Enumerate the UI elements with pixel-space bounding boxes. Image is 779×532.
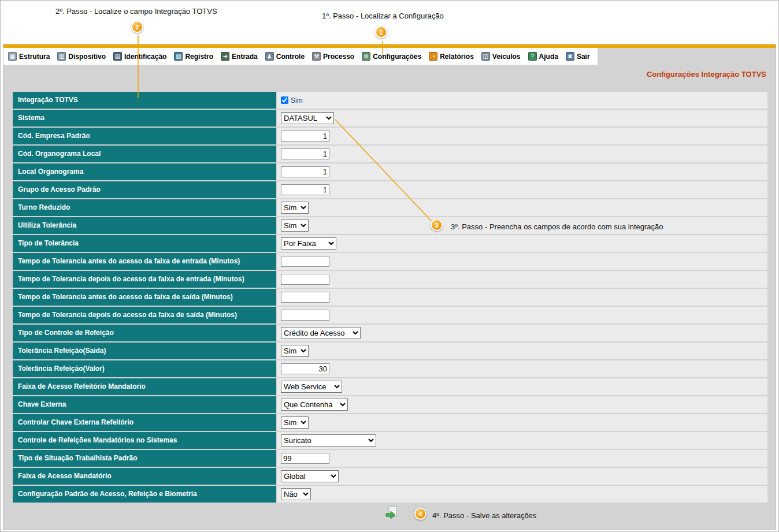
menu-item-sair[interactable]: ✖Sair [566, 52, 590, 61]
entry-icon: ➜ [221, 52, 229, 61]
field-cell-faixa-acesso-refeitorio-mandatorio: Web Service [277, 378, 767, 395]
field-label-tipo-controle-refeicao: Tipo de Controle de Refeição [13, 325, 276, 341]
field-cell-tipo-controle-refeicao: Crédito de Acesso [277, 325, 767, 341]
menu-item-dispositivo[interactable]: ▥Dispositivo [57, 52, 106, 61]
menu-item-controle[interactable]: ♟Controle [265, 52, 305, 61]
field-label-tipo-situacao-trabalhista-padrao: Tipo de Situação Trabalhista Padrão [13, 450, 276, 467]
controle-refeicoes-mandatorios-select[interactable]: Suricato [281, 434, 376, 447]
field-cell-grupo-de-acesso-padrao [277, 181, 767, 198]
form-row-configuracao-padrao-acesso: Configuração Padrão de Acesso, Refeição … [13, 486, 767, 503]
tolerancia-refeicao-saida-select[interactable]: Sim [281, 345, 309, 357]
field-label-cod-empresa-padrao: Cód. Empresa Padrão [13, 128, 276, 144]
tempo-tolerancia-antes-saida-input[interactable] [281, 292, 329, 303]
form-row-faixa-de-acesso-mandatorio: Faixa de Acesso MandatórioGlobal [13, 468, 767, 485]
step1-marker: 1 [375, 26, 387, 38]
step1-annotation: 1º. Passo - Localizar a Configuração [322, 12, 444, 20]
field-cell-sistema: DATASUL [277, 110, 767, 127]
integracao-totvs-checkbox[interactable] [281, 96, 288, 104]
menu-item-identificacao[interactable]: ▤Identificação [113, 52, 166, 61]
page-title: Configurações Integração TOTVS [647, 70, 766, 79]
field-label-controlar-chave-externa-refeitorio: Controlar Chave Externa Refeitório [13, 414, 276, 431]
form-row-chave-externa: Chave ExternaQue Contenha [13, 396, 767, 413]
form-row-cod-empresa-padrao: Cód. Empresa Padrão [13, 128, 767, 144]
chave-externa-select[interactable]: Que Contenha [281, 399, 348, 411]
utiliza-tolerancia-select[interactable]: Sim [281, 220, 309, 232]
menu-item-registro[interactable]: ▧Registro [174, 52, 213, 61]
field-label-faixa-acesso-refeitorio-mandatorio: Faixa de Acesso Refeitório Mandatorio [13, 378, 276, 395]
form-row-tipo-de-tolerancia: Tipo de TolerânciaPor Faixa [13, 235, 767, 252]
vehicles-icon: ◫ [481, 52, 490, 61]
local-organograma-input[interactable] [281, 166, 329, 177]
field-label-tolerancia-refeicao-valor: Tolerância Refeição(Valor) [13, 360, 276, 377]
form-row-grupo-de-acesso-padrao: Grupo de Acesso Padrão [13, 181, 767, 198]
menu-item-label: Dispositivo [68, 53, 106, 61]
menu-item-label: Identificação [124, 53, 166, 61]
menu-item-label: Estrutura [19, 53, 50, 61]
field-label-tempo-tolerancia-depois-entrada: Tempo de Tolerancia depois do acesso da … [13, 271, 276, 288]
cod-organograma-local-input[interactable] [281, 148, 329, 159]
step4-annotation: 4º. Passo - Salve as alterações [432, 511, 536, 520]
menu-item-relatorios[interactable]: ◔Relatórios [429, 52, 474, 61]
save-button[interactable] [385, 506, 399, 520]
field-cell-tolerancia-refeicao-saida: Sim [277, 343, 767, 359]
field-label-turno-reduzido: Turno Reduzido [13, 199, 276, 216]
menu-item-veiculos[interactable]: ◫Veículos [481, 52, 521, 61]
menu-item-label: Sair [577, 53, 590, 61]
form-row-tempo-tolerancia-antes-saida: Tempo de Tolerancia antes do acesso da f… [13, 289, 767, 306]
form-row-faixa-acesso-refeitorio-mandatorio: Faixa de Acesso Refeitório MandatorioWeb… [13, 378, 767, 395]
content-panel: ▦Estrutura▥Dispositivo▤Identificação▧Reg… [3, 44, 776, 530]
field-label-faixa-de-acesso-mandatorio: Faixa de Acesso Mandatório [13, 468, 276, 485]
field-label-sistema: Sistema [13, 110, 276, 127]
configuracao-padrao-acesso-select[interactable]: Não [281, 488, 311, 500]
field-label-tempo-tolerancia-antes-entrada: Tempo de Tolerancia antes do acesso da f… [13, 253, 276, 270]
menu-item-estrutura[interactable]: ▦Estrutura [8, 52, 50, 61]
menu-item-label: Configurações [373, 53, 421, 61]
form-row-turno-reduzido: Turno ReduzidoSim [13, 199, 767, 216]
help-icon: ? [528, 52, 537, 61]
field-cell-tempo-tolerancia-depois-entrada [277, 271, 767, 288]
faixa-acesso-refeitorio-mandatorio-select[interactable]: Web Service [281, 381, 342, 393]
field-cell-chave-externa: Que Contenha [277, 396, 767, 413]
controlar-chave-externa-refeitorio-select[interactable]: Sim [281, 416, 309, 429]
field-cell-tipo-de-tolerancia: Por Faixa [277, 235, 767, 252]
field-label-local-organograma: Local Organograma [13, 163, 276, 180]
form-row-sistema: SistemaDATASUL [13, 110, 767, 127]
field-cell-cod-empresa-padrao [277, 128, 767, 144]
field-label-tolerancia-refeicao-saida: Tolerância Refeição(Saida) [13, 343, 276, 359]
field-cell-tolerancia-refeicao-valor [277, 360, 767, 377]
form-row-cod-organograma-local: Cód. Organograma Local [13, 146, 767, 162]
field-label-tempo-tolerancia-antes-saida: Tempo de Tolerancia antes do acesso da f… [13, 289, 276, 306]
faixa-de-acesso-mandatorio-select[interactable]: Global [281, 470, 339, 482]
tempo-tolerancia-depois-saida-input[interactable] [281, 310, 329, 321]
menu-item-label: Processo [323, 53, 354, 61]
grupo-de-acesso-padrao-input[interactable] [281, 184, 329, 195]
menu-item-entrada[interactable]: ➜Entrada [221, 52, 258, 61]
turno-reduzido-select[interactable]: Sim [281, 202, 309, 214]
field-cell-turno-reduzido: Sim [277, 199, 767, 216]
menu-item-processo[interactable]: ⚒Processo [312, 52, 354, 61]
field-cell-cod-organograma-local [277, 146, 767, 162]
menu-item-label: Entrada [232, 53, 258, 61]
menu-item-ajuda[interactable]: ?Ajuda [528, 52, 558, 61]
exit-icon: ✖ [566, 52, 574, 61]
field-cell-faixa-de-acesso-mandatorio: Global [277, 468, 767, 485]
step3-marker: 3 [431, 219, 443, 231]
tipo-situacao-trabalhista-padrao-input[interactable] [281, 453, 329, 464]
form-row-tempo-tolerancia-antes-entrada: Tempo de Tolerancia antes do acesso da f… [13, 253, 767, 270]
form-row-tolerancia-refeicao-valor: Tolerância Refeição(Valor) [13, 360, 767, 377]
field-label-cod-organograma-local: Cód. Organograma Local [13, 146, 276, 162]
reports-icon: ◔ [429, 52, 437, 61]
field-label-utiliza-tolerancia: Ultiliza Tolerância [13, 217, 276, 234]
tolerancia-refeicao-valor-input[interactable] [281, 363, 329, 374]
form-row-tipo-controle-refeicao: Tipo de Controle de RefeiçãoCrédito de A… [13, 325, 767, 341]
tipo-de-tolerancia-select[interactable]: Por Faixa [281, 237, 336, 250]
tempo-tolerancia-depois-entrada-input[interactable] [281, 274, 329, 285]
menu-item-configuracoes[interactable]: ⚙Configurações [362, 52, 421, 61]
step2-annotation: 2º. Passo - Localize o campo Integração … [55, 7, 217, 16]
settings-icon: ⚙ [362, 52, 370, 61]
tempo-tolerancia-antes-entrada-input[interactable] [281, 256, 329, 267]
cod-empresa-padrao-input[interactable] [281, 131, 329, 142]
tipo-controle-refeicao-select[interactable]: Crédito de Acesso [281, 327, 361, 339]
sistema-select[interactable]: DATASUL [281, 112, 334, 124]
form-row-tipo-situacao-trabalhista-padrao: Tipo de Situação Trabalhista Padrão [13, 450, 767, 467]
